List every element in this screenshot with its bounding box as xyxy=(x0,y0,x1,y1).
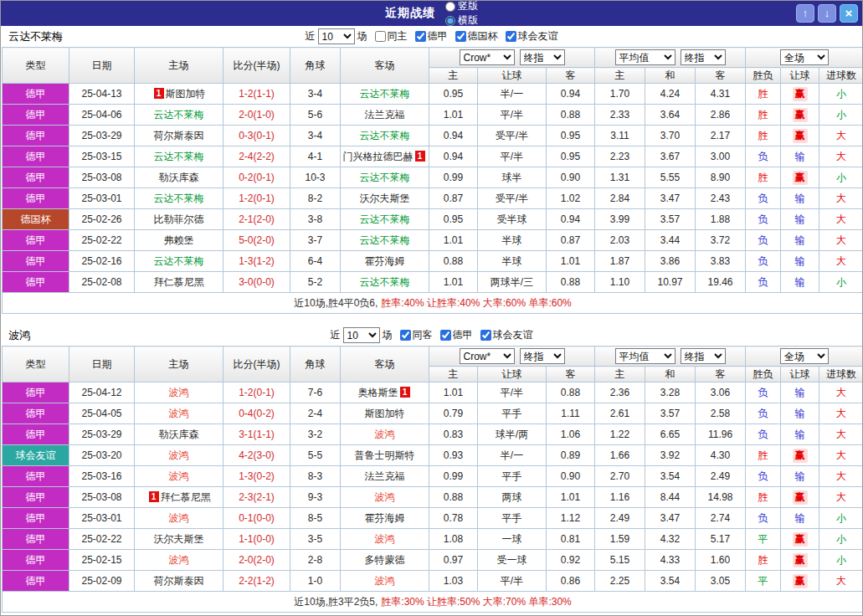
odds-company-select[interactable]: Crow* xyxy=(460,49,515,65)
score-cell[interactable]: 1-2(1-1) xyxy=(223,84,290,105)
away-team-cell[interactable]: 法兰克福 xyxy=(341,105,429,126)
score-cell[interactable]: 0-3(0-1) xyxy=(223,126,290,146)
score-cell[interactable]: 2-0(1-0) xyxy=(223,105,290,126)
home-team-cell[interactable]: 荷尔斯泰因 xyxy=(135,126,223,146)
scope-select[interactable]: 全场 xyxy=(780,49,829,65)
filter-option-same-home[interactable]: 同主 xyxy=(375,29,408,44)
home-team-cell[interactable]: 勒沃库森 xyxy=(135,167,223,188)
away-team-cell[interactable]: 霍芬海姆 xyxy=(341,508,429,529)
score-cell[interactable]: 1-3(0-2) xyxy=(223,466,290,487)
radio-horizontal-layout[interactable] xyxy=(445,16,455,26)
filter-option-bundesliga[interactable]: 德甲 xyxy=(440,328,473,342)
filter-option-club-friendly[interactable]: 球会友谊 xyxy=(506,29,558,44)
home-team-cell[interactable]: 波鸿 xyxy=(135,445,223,466)
away-team-cell[interactable]: 波鸿 xyxy=(341,571,429,592)
checkbox-bundesliga[interactable] xyxy=(415,31,426,42)
down-button[interactable]: ↓ xyxy=(818,4,836,23)
filter-option-dfb-pokal[interactable]: 德国杯 xyxy=(455,29,498,44)
team-name-text: 沃尔夫斯堡 xyxy=(360,192,410,204)
checkbox-dfb-pokal[interactable] xyxy=(455,31,466,42)
score-cell[interactable]: 2-2(1-2) xyxy=(223,571,290,592)
avg-stage-select[interactable]: 终指 xyxy=(681,348,726,364)
filter-option-club-friendly[interactable]: 球会友谊 xyxy=(480,328,533,342)
away-team-cell[interactable]: 波鸿 xyxy=(341,529,429,550)
score-cell[interactable]: 3-0(0-0) xyxy=(223,272,290,293)
score-cell[interactable]: 2-4(2-2) xyxy=(223,146,290,167)
home-team-cell[interactable]: 云达不莱梅 xyxy=(135,105,223,126)
home-team-cell[interactable]: 波鸿 xyxy=(135,382,223,403)
checkbox-club-friendly[interactable] xyxy=(480,330,491,341)
sub-header-1: 让球 xyxy=(478,367,547,382)
away-team-cell[interactable]: 法兰克福 xyxy=(341,466,429,487)
checkbox-same-home[interactable] xyxy=(375,31,386,42)
score-cell[interactable]: 0-2(0-1) xyxy=(223,167,290,188)
home-team-cell[interactable]: 1斯图加特 xyxy=(135,84,223,105)
avg-source-select[interactable]: 平均值 xyxy=(615,49,676,65)
score-cell[interactable]: 2-1(2-0) xyxy=(223,209,290,230)
avg-stage-select[interactable]: 终指 xyxy=(681,49,726,65)
away-team-cell[interactable]: 波鸿 xyxy=(341,487,429,508)
away-team-cell[interactable]: 云达不莱梅 xyxy=(341,84,429,105)
away-team-cell[interactable]: 云达不莱梅 xyxy=(341,126,429,146)
layout-option-vertical[interactable]: 竖版 xyxy=(445,0,478,13)
corner-cell: 3-4 xyxy=(290,126,341,146)
layout-options: 竖版横版 xyxy=(445,0,478,28)
away-team-cell[interactable]: 多特蒙德 xyxy=(341,550,429,571)
score-cell[interactable]: 0-4(0-2) xyxy=(223,403,290,424)
odds-stage-select[interactable]: 终指 xyxy=(520,348,565,364)
filter-option-same-away[interactable]: 同客 xyxy=(400,328,433,342)
away-team-cell[interactable]: 云达不莱梅 xyxy=(341,230,429,251)
score-cell[interactable]: 1-2(0-1) xyxy=(223,382,290,403)
score-cell[interactable]: 5-0(2-0) xyxy=(223,230,290,251)
checkbox-same-away[interactable] xyxy=(400,330,411,341)
result-cell: 负 xyxy=(746,508,781,529)
home-team-cell[interactable]: 勒沃库森 xyxy=(135,424,223,445)
odds-stage-select[interactable]: 终指 xyxy=(520,49,565,65)
away-team-cell[interactable]: 门兴格拉德巴赫1 xyxy=(341,146,429,167)
away-team-cell[interactable]: 霍芬海姆 xyxy=(341,251,429,272)
home-team-cell[interactable]: 波鸿 xyxy=(135,550,223,571)
avg-home-cell: 1.70 xyxy=(595,84,645,105)
away-team-cell[interactable]: 斯图加特 xyxy=(341,403,429,424)
radio-vertical-layout[interactable] xyxy=(445,2,455,12)
home-team-cell[interactable]: 云达不莱梅 xyxy=(135,188,223,209)
avg-source-select[interactable]: 平均值 xyxy=(615,348,676,364)
score-cell[interactable]: 2-0(2-0) xyxy=(223,550,290,571)
odds-company-select[interactable]: Crow* xyxy=(460,348,515,364)
away-team-cell[interactable]: 普鲁士明斯特 xyxy=(341,445,429,466)
up-button[interactable]: ↑ xyxy=(796,4,814,23)
home-team-cell[interactable]: 荷尔斯泰因 xyxy=(135,571,223,592)
home-team-cell[interactable]: 1拜仁慕尼黑 xyxy=(135,487,223,508)
away-team-cell[interactable]: 沃尔夫斯堡 xyxy=(341,188,429,209)
home-team-cell[interactable]: 拜仁慕尼黑 xyxy=(135,272,223,293)
score-cell[interactable]: 1-2(0-1) xyxy=(223,188,290,209)
scope-select[interactable]: 全场 xyxy=(780,348,829,364)
recent-count-select[interactable]: 10 xyxy=(343,327,380,343)
avg-away-cell: 3.72 xyxy=(696,230,746,251)
away-team-cell[interactable]: 云达不莱梅 xyxy=(341,272,429,293)
titlebar: 近期战绩 竖版横版 ↑↓× xyxy=(1,1,862,26)
score-cell[interactable]: 4-2(3-0) xyxy=(223,445,290,466)
score-cell[interactable]: 2-3(2-1) xyxy=(223,487,290,508)
home-team-cell[interactable]: 沃尔夫斯堡 xyxy=(135,529,223,550)
home-team-cell[interactable]: 比勒菲尔德 xyxy=(135,209,223,230)
away-team-cell[interactable]: 波鸿 xyxy=(341,424,429,445)
away-team-cell[interactable]: 云达不莱梅 xyxy=(341,167,429,188)
home-team-cell[interactable]: 波鸿 xyxy=(135,466,223,487)
close-button[interactable]: × xyxy=(840,4,858,23)
filter-option-bundesliga[interactable]: 德甲 xyxy=(415,29,448,44)
home-team-cell[interactable]: 云达不莱梅 xyxy=(135,251,223,272)
home-team-cell[interactable]: 弗赖堡 xyxy=(135,230,223,251)
home-team-cell[interactable]: 波鸿 xyxy=(135,403,223,424)
home-team-cell[interactable]: 云达不莱梅 xyxy=(135,146,223,167)
away-team-cell[interactable]: 奥格斯堡1 xyxy=(341,382,429,403)
score-cell[interactable]: 3-1(1-1) xyxy=(223,424,290,445)
checkbox-club-friendly[interactable] xyxy=(506,31,516,42)
score-cell[interactable]: 1-3(1-2) xyxy=(223,251,290,272)
score-cell[interactable]: 0-1(0-0) xyxy=(223,508,290,529)
away-team-cell[interactable]: 云达不莱梅 xyxy=(341,209,429,230)
home-team-cell[interactable]: 波鸿 xyxy=(135,508,223,529)
checkbox-bundesliga[interactable] xyxy=(440,330,451,341)
recent-count-select[interactable]: 10 xyxy=(318,28,355,44)
score-cell[interactable]: 1-1(0-0) xyxy=(223,529,290,550)
